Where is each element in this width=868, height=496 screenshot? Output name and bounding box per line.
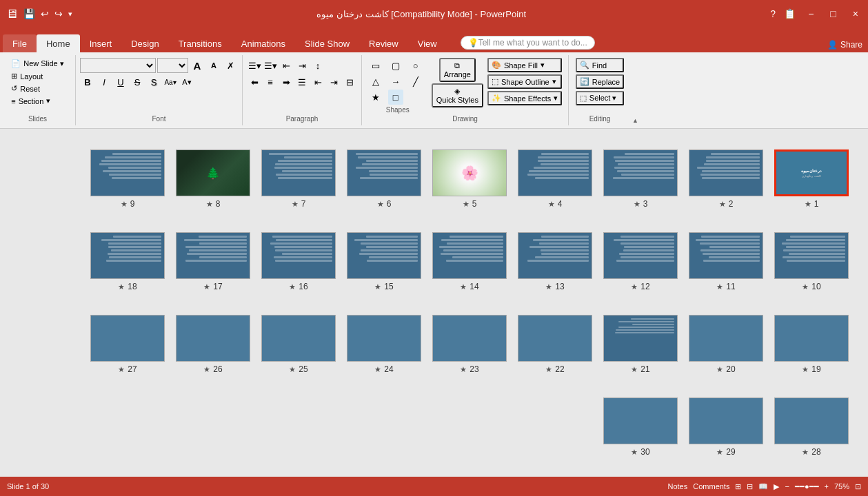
star-icon[interactable]: ★ (719, 200, 726, 209)
quick-styles-button[interactable]: ◈ Quick Styles (432, 83, 483, 107)
numbering-button[interactable]: ☰▾ (263, 58, 278, 73)
tell-me-bar[interactable]: 💡 Tell me what you want to do... (461, 36, 595, 50)
slide-item-9[interactable]: ★9 (90, 149, 165, 218)
tab-transitions[interactable]: Transitions (169, 34, 232, 53)
star-icon[interactable]: ★ (802, 365, 809, 374)
star-icon[interactable]: ★ (545, 282, 552, 291)
slide-item-23[interactable]: ★23 (432, 315, 507, 384)
comments-button[interactable]: Comments (693, 482, 729, 490)
star-icon[interactable]: ★ (118, 365, 125, 374)
shape-effects-button[interactable]: ✨ Shape Effects ▾ (487, 91, 562, 105)
font-name-select[interactable] (80, 58, 156, 73)
star-icon[interactable]: ★ (548, 200, 555, 209)
slide-item-2[interactable]: ★2 (689, 149, 763, 218)
shape-arrow-button[interactable]: → (388, 74, 403, 89)
view-slide-sorter-icon[interactable]: ⊟ (747, 482, 753, 491)
shape-oval-button[interactable]: ○ (408, 58, 423, 73)
ribbon-display-icon[interactable]: 📋 (784, 8, 796, 19)
font-size-select[interactable] (157, 58, 188, 73)
star-icon[interactable]: ★ (121, 200, 128, 209)
slide-item-5[interactable]: 🌸 ★5 (432, 149, 507, 218)
zoom-in-button[interactable]: + (825, 482, 829, 490)
font-color-button[interactable]: A▾ (179, 74, 194, 90)
star-icon[interactable]: ★ (203, 282, 210, 291)
slide-item-8[interactable]: 🌲 ★8 (176, 149, 250, 218)
star-icon[interactable]: ★ (292, 200, 299, 209)
tab-file[interactable]: File (3, 34, 37, 53)
justify-button[interactable]: ☰ (294, 74, 310, 90)
quick-access-redo[interactable]: ↪ (54, 8, 63, 19)
decrease-font-size-button[interactable]: A (206, 58, 221, 73)
bold-button[interactable]: B (80, 74, 95, 90)
text-shadow-button[interactable]: S (146, 74, 161, 90)
star-icon[interactable]: ★ (805, 200, 811, 209)
case-change-button[interactable]: Aa▾ (163, 74, 178, 90)
tab-home[interactable]: Home (37, 34, 80, 53)
align-left-button[interactable]: ⬅ (247, 74, 262, 90)
strikethrough-button[interactable]: S (130, 74, 145, 90)
italic-button[interactable]: I (97, 74, 112, 90)
star-icon[interactable]: ★ (460, 282, 467, 291)
tab-insert[interactable]: Insert (80, 34, 122, 53)
slide-item-19[interactable]: ★19 (774, 315, 849, 384)
shape-rounded-button[interactable]: ▢ (388, 58, 403, 73)
select-button[interactable]: ⬚ Select ▾ (576, 91, 624, 105)
clear-formatting-button[interactable]: ✗ (223, 58, 238, 73)
line-spacing-button[interactable]: ↕ (310, 58, 325, 73)
shape-triangle-button[interactable]: △ (368, 74, 383, 89)
tab-animations[interactable]: Animations (232, 34, 295, 53)
star-icon[interactable]: ★ (377, 200, 384, 209)
columns-button[interactable]: ⊟ (342, 74, 357, 90)
view-normal-icon[interactable]: ⊞ (735, 482, 741, 491)
view-slideshow-icon[interactable]: ▶ (774, 482, 779, 491)
shape-fill-button[interactable]: 🎨 Shape Fill ▾ (487, 58, 562, 72)
slide-item-21[interactable]: ★21 (603, 315, 678, 384)
slide-item-26[interactable]: ★26 (176, 315, 250, 384)
underline-button[interactable]: U (113, 74, 128, 90)
shape-line-button[interactable]: ╱ (408, 74, 423, 89)
quick-access-undo[interactable]: ↩ (41, 8, 49, 19)
slide-item-15[interactable]: ★15 (347, 232, 421, 301)
slide-item-29[interactable]: ★29 (689, 397, 763, 466)
slide-item-20[interactable]: ★20 (689, 315, 763, 384)
maximize-button[interactable]: □ (826, 7, 840, 21)
star-icon[interactable]: ★ (631, 282, 638, 291)
slide-item-13[interactable]: ★13 (518, 232, 592, 301)
star-icon[interactable]: ★ (802, 448, 809, 457)
star-icon[interactable]: ★ (203, 365, 210, 374)
tab-view[interactable]: View (408, 34, 447, 53)
close-button[interactable]: × (849, 7, 862, 21)
slide-item-28[interactable]: ★28 (774, 397, 849, 466)
replace-button[interactable]: 🔄 Replace (576, 74, 624, 89)
slide-item-12[interactable]: ★12 (603, 232, 678, 301)
tab-review[interactable]: Review (359, 34, 408, 53)
fit-slide-button[interactable]: ⊡ (855, 482, 861, 491)
slide-item-27[interactable]: ★27 (90, 315, 165, 384)
slide-item-10[interactable]: ★10 (774, 232, 849, 301)
slide-item-4[interactable]: ★4 (518, 149, 592, 218)
slide-item-22[interactable]: ★22 (518, 315, 592, 384)
new-slide-button[interactable]: 📄 New Slide ▾ (8, 58, 67, 70)
increase-indent-button[interactable]: ⇥ (294, 58, 310, 73)
bullets-button[interactable]: ☰▾ (247, 58, 262, 73)
star-icon[interactable]: ★ (289, 365, 296, 374)
star-icon[interactable]: ★ (206, 200, 213, 209)
slide-item-14[interactable]: ★14 (432, 232, 507, 301)
star-icon[interactable]: ★ (716, 282, 723, 291)
ltr-button[interactable]: ⇥ (326, 74, 341, 90)
shape-more-button[interactable]: □ (388, 90, 403, 105)
slide-item-3[interactable]: ★3 (603, 149, 678, 218)
shape-rect-button[interactable]: ▭ (368, 58, 383, 73)
star-icon[interactable]: ★ (118, 282, 125, 291)
zoom-out-button[interactable]: − (785, 482, 789, 490)
slide-item-25[interactable]: ★25 (261, 315, 336, 384)
minimize-button[interactable]: − (804, 7, 818, 21)
star-icon[interactable]: ★ (802, 282, 809, 291)
slide-item-6[interactable]: ★6 (347, 149, 421, 218)
increase-font-size-button[interactable]: A (190, 58, 205, 73)
star-icon[interactable]: ★ (374, 365, 381, 374)
slide-item-17[interactable]: ★17 (176, 232, 250, 301)
tab-slideshow[interactable]: Slide Show (295, 34, 359, 53)
star-icon[interactable]: ★ (374, 282, 381, 291)
shape-star-button[interactable]: ★ (368, 90, 383, 105)
